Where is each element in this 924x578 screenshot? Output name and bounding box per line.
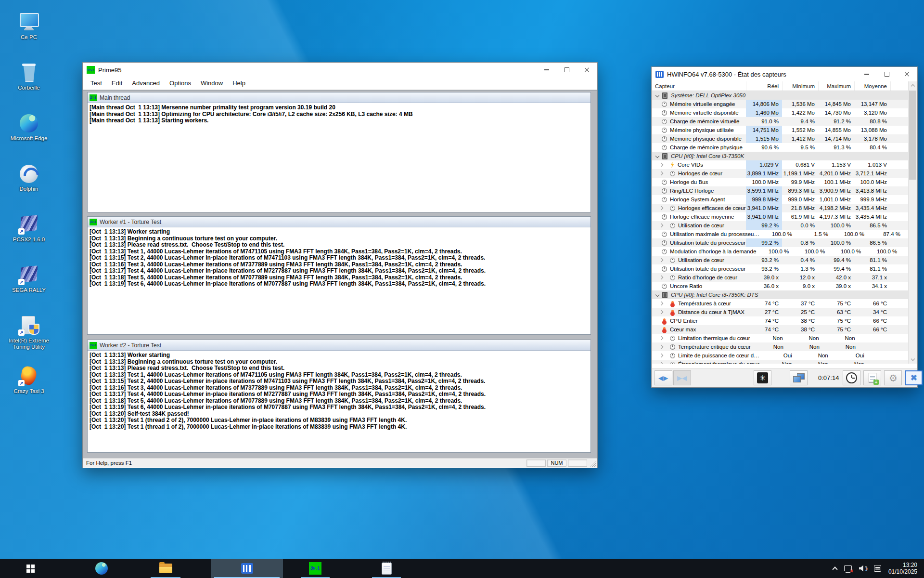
- close-sensors-button[interactable]: ✖: [905, 370, 923, 385]
- sensor-row[interactable]: Mémoire virtuelle disponible1,460 Mo1,42…: [652, 108, 908, 117]
- sensor-row[interactable]: CPU Entier74 °C38 °C75 °C66 °C: [652, 316, 908, 325]
- expand-handle[interactable]: [658, 337, 670, 340]
- expand-handle[interactable]: [658, 311, 670, 314]
- column-capteur[interactable]: Capteur: [652, 83, 746, 89]
- clock-button[interactable]: [843, 370, 860, 385]
- sensor-row[interactable]: Utilisation de cœur93.2 %0.4 %99.4 %81.1…: [652, 256, 908, 264]
- desktop-icon-corbeille[interactable]: Corbeille: [7, 62, 51, 110]
- taskbar-prime95[interactable]: 2ᵖ-1: [297, 559, 333, 578]
- taskbar-edge[interactable]: [87, 559, 116, 578]
- hwinfo-titlebar[interactable]: HWiNFO64 v7.68-5300 - État des capteurs: [652, 67, 917, 81]
- sensor-row[interactable]: Utilisation maximale du processeu…100.0 …: [652, 230, 908, 238]
- action-center-icon[interactable]: [874, 565, 881, 572]
- maximize-button[interactable]: [557, 63, 577, 77]
- expand-handle[interactable]: [658, 207, 670, 210]
- maximize-button[interactable]: [877, 67, 897, 81]
- sensor-row[interactable]: Ring/LLC Horloge3,599.1 MHz899.3 MHz3,90…: [652, 186, 908, 195]
- menu-help[interactable]: Help: [228, 77, 250, 89]
- volume-icon[interactable]: )): [859, 565, 867, 572]
- taskbar-hwinfo[interactable]: [211, 559, 283, 578]
- menu-options[interactable]: Options: [165, 77, 196, 89]
- desktop-icon-pcsx2[interactable]: ↗PCSX2 1.6.0: [7, 214, 51, 262]
- sensor-row[interactable]: Mémoire virtuelle engagée14,806 Mo1,536 …: [652, 100, 908, 108]
- sensor-row[interactable]: Utilisation totale du processeur99.2 %0.…: [652, 238, 908, 247]
- sensor-row[interactable]: Utilisation totale du processeur93.2 %1.…: [652, 264, 908, 273]
- sensor-row[interactable]: Charge de mémoire virtuelle91.0 %9.4 %91…: [652, 117, 908, 126]
- prime95-child-1-content[interactable]: [Oct 1 13:13] Worker starting[Oct 1 13:1…: [88, 227, 590, 334]
- expand-handle[interactable]: [658, 354, 670, 357]
- sensor-row[interactable]: Mémoire physique utilisée14,751 Mo1,552 …: [652, 126, 908, 134]
- expand-handle[interactable]: [658, 172, 670, 175]
- expand-handle[interactable]: [658, 276, 670, 279]
- scrollbar[interactable]: [908, 81, 917, 364]
- sensor-row[interactable]: Horloges de cœur3,899.1 MHz1,199.1 MHz4,…: [652, 169, 908, 178]
- column-minimum[interactable]: Minimum: [782, 81, 818, 91]
- close-button[interactable]: [577, 63, 597, 77]
- sensor-row[interactable]: Core VIDs1.029 V0.681 V1.153 V1.013 V: [652, 160, 908, 169]
- settings-button[interactable]: ⚙: [884, 370, 902, 385]
- prime95-titlebar[interactable]: 2ᵖ-1 Prime95: [83, 63, 597, 77]
- collapse-all-button[interactable]: ▶◀: [673, 370, 691, 385]
- prime95-child-2-content[interactable]: [Oct 1 13:13] Worker starting[Oct 1 13:1…: [88, 351, 590, 452]
- column-reel[interactable]: Réel: [746, 81, 782, 91]
- sensor-row[interactable]: Limite de puissance de cœur d…OuiNonOui: [652, 351, 908, 360]
- sensor-row[interactable]: Horloges efficaces de cœur3,941.0 MHz21.…: [652, 204, 908, 212]
- expand-handle[interactable]: [658, 163, 670, 166]
- expand-handle[interactable]: [658, 224, 670, 227]
- taskbar-clock[interactable]: 13:20 01/10/2025: [888, 562, 917, 575]
- desktop-icon-intel-xtu[interactable]: ↗Intel(R) Extreme Tuning Utility: [7, 315, 51, 363]
- desktop-icon-dolphin[interactable]: Dolphin: [7, 163, 51, 211]
- minimize-button[interactable]: [537, 63, 557, 77]
- child-caption[interactable]: 2ᵖ-1 Worker #2 - Torture Test: [88, 340, 590, 351]
- network-disconnected-icon[interactable]: ✕: [844, 565, 852, 571]
- chevron-down-icon[interactable]: [655, 154, 659, 158]
- close-button[interactable]: [897, 67, 917, 81]
- hidden-icons-chevron[interactable]: [832, 566, 837, 572]
- sensor-row[interactable]: Limitation thermique du cœurNonNonNon: [652, 334, 908, 342]
- sensor-row[interactable]: Horloge System Agent999.8 MHz999.0 MHz1,…: [652, 195, 908, 204]
- child-caption[interactable]: 2ᵖ-1 Main thread: [88, 92, 590, 103]
- resize-grip[interactable]: [589, 460, 596, 467]
- desktop-icon-crazy-taxi[interactable]: ↗Crazy Taxi 3: [7, 366, 51, 413]
- chevron-down-icon[interactable]: [655, 93, 659, 97]
- sensor-section-header[interactable]: CPU [#0]: Intel Core i3-7350K: DTS: [652, 290, 908, 299]
- sensor-row[interactable]: Uncore Ratio36.0 x9.0 x39.0 x34.1 x: [652, 282, 908, 290]
- fan-control-button[interactable]: ✳: [754, 370, 771, 385]
- menu-edit[interactable]: Edit: [107, 77, 127, 89]
- expand-handle[interactable]: [658, 345, 670, 348]
- menu-test[interactable]: Test: [86, 77, 107, 89]
- remote-monitoring-button[interactable]: [790, 370, 808, 385]
- sensor-row[interactable]: Horloge efficace moyenne3,941.0 MHz61.9 …: [652, 212, 908, 221]
- sensor-row[interactable]: Cœur max74 °C38 °C75 °C66 °C: [652, 325, 908, 334]
- sensor-row[interactable]: Température critique du cœurNonNonNon: [652, 342, 908, 351]
- desktop-icon-sega-rally[interactable]: ↗SEGA RALLY: [7, 264, 51, 312]
- sensor-table-header[interactable]: Capteur Réel Minimum Maximum Moyenne: [652, 81, 908, 91]
- scroll-up-button[interactable]: [909, 81, 917, 90]
- sensor-section-header[interactable]: Système: DELL OptiPlex 3050: [652, 91, 908, 100]
- expand-all-button[interactable]: ◀▶: [654, 370, 672, 385]
- column-maximum[interactable]: Maximum: [818, 81, 854, 91]
- column-moyenne[interactable]: Moyenne: [854, 81, 890, 91]
- sensor-row[interactable]: Utilisation de cœur99.2 %0.0 %100.0 %86.…: [652, 221, 908, 230]
- expand-handle[interactable]: [658, 363, 670, 364]
- prime95-child-0-content[interactable]: [Main thread Oct 1 13:13] Mersenne numbe…: [88, 103, 590, 212]
- desktop-icon-microsoft-edge[interactable]: Microsoft Edge: [7, 113, 51, 160]
- minimize-button[interactable]: [857, 67, 877, 81]
- sensor-row[interactable]: Charge de mémoire physique90.6 %9.5 %91.…: [652, 143, 908, 152]
- sensor-row[interactable]: Étranglement thermique du cœurNonNonNon: [652, 360, 908, 364]
- menu-window[interactable]: Window: [196, 77, 228, 89]
- scroll-thumb[interactable]: [909, 91, 916, 180]
- sensor-row[interactable]: Mémoire physique disponible1,515 Mo1,412…: [652, 134, 908, 143]
- scroll-down-button[interactable]: [909, 355, 917, 364]
- sensor-row[interactable]: Distance du cœur à TjMAX27 °C25 °C63 °C3…: [652, 308, 908, 316]
- menu-advanced[interactable]: Advanced: [127, 77, 165, 89]
- taskbar-notepad[interactable]: [369, 559, 404, 578]
- sensor-row[interactable]: Températures à cœur74 °C37 °C75 °C66 °C: [652, 299, 908, 308]
- sensor-section-header[interactable]: CPU [#0]: Intel Core i3-7350K: [652, 152, 908, 160]
- sensor-row[interactable]: Modulation d'horloge à la demande100.0 %…: [652, 247, 908, 256]
- chevron-down-icon[interactable]: [655, 293, 659, 297]
- taskbar-file-explorer[interactable]: [147, 559, 184, 578]
- desktop-icon-ce-pc[interactable]: Ce PC: [7, 12, 51, 59]
- expand-handle[interactable]: [658, 259, 670, 262]
- expand-handle[interactable]: [658, 302, 670, 305]
